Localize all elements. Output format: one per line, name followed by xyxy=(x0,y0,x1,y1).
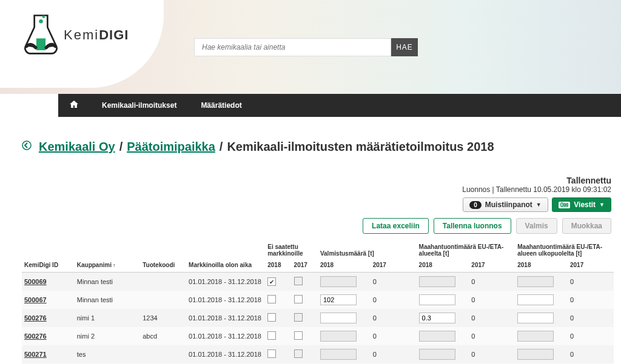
nav-kemikaali-ilmoitukset[interactable]: Kemikaali-ilmoitukset xyxy=(90,94,189,117)
edit-button: Muokkaa xyxy=(562,218,611,234)
table-row: 500276 nimi 2 abcd 01.01.2018 - 31.12.20… xyxy=(22,327,614,345)
notes-count-badge: 0 xyxy=(469,201,482,209)
messages-count-badge: 0✉ xyxy=(559,202,571,208)
val-2018-input[interactable] xyxy=(320,331,357,342)
row-name: nimi 2 xyxy=(75,327,140,345)
col-manufactured: Valmistusmäärä [t] xyxy=(318,240,417,258)
chevron-down-icon: ▼ xyxy=(599,202,605,208)
out-2018-input[interactable] xyxy=(517,313,554,323)
search-button[interactable]: HAE xyxy=(391,38,418,56)
col-2018: 2018 xyxy=(318,258,371,273)
table-row: 500069 Minnan testi 01.01.2018 - 31.12.2… xyxy=(22,273,614,291)
col-2017: 2017 xyxy=(371,258,417,273)
row-id-link[interactable]: 500276 xyxy=(24,333,47,340)
back-icon[interactable] xyxy=(22,141,32,153)
eu-2017: 0 xyxy=(469,309,515,327)
out-2018-input[interactable] xyxy=(517,294,554,305)
out-2017: 0 xyxy=(568,273,614,291)
saved-meta: Luonnos | Tallennettu 10.05.2019 klo 09:… xyxy=(22,185,611,194)
eu-2018-input[interactable] xyxy=(419,349,455,360)
breadcrumb-location[interactable]: Päätoimipaikka xyxy=(127,140,215,154)
col-id[interactable]: KemiDigi ID xyxy=(22,258,75,273)
checkbox-2018[interactable] xyxy=(267,295,276,303)
eu-2017: 0 xyxy=(469,273,515,291)
logo-area: KemiDIGI xyxy=(0,0,164,88)
checkbox-2017[interactable] xyxy=(294,277,303,285)
out-2018-input[interactable] xyxy=(517,276,554,287)
search-input[interactable] xyxy=(194,38,391,56)
eu-2018-input[interactable] xyxy=(419,331,455,342)
val-2018-input[interactable] xyxy=(320,313,357,323)
out-2018-input[interactable] xyxy=(517,331,554,342)
breadcrumb-sep: / xyxy=(119,140,123,154)
col-2018: 2018 xyxy=(515,258,568,273)
breadcrumb: Kemikaali Oy / Päätoimipaikka / Kemikaal… xyxy=(22,129,614,159)
row-code xyxy=(140,291,186,309)
val-2018-input[interactable] xyxy=(320,276,357,287)
save-draft-button[interactable]: Tallenna luonnos xyxy=(434,218,511,234)
eu-2018-input[interactable] xyxy=(419,276,455,287)
row-name: Minnan testi xyxy=(75,273,140,291)
breadcrumb-sep: / xyxy=(220,140,223,154)
eu-2017: 0 xyxy=(469,345,515,363)
download-excel-button[interactable]: Lataa exceliin xyxy=(363,218,429,234)
row-code xyxy=(140,273,186,291)
col-import-out: Maahantuontimäärä EU-/ETA-alueen ulkopuo… xyxy=(515,240,614,258)
row-id-link[interactable]: 500271 xyxy=(24,351,47,358)
svg-rect-0 xyxy=(36,38,45,50)
row-period: 01.01.2018 - 31.12.2018 xyxy=(186,273,265,291)
breadcrumb-company[interactable]: Kemikaali Oy xyxy=(39,140,115,154)
messages-label: Viestit xyxy=(574,200,596,209)
messages-button[interactable]: 0✉ Viestit ▼ xyxy=(552,197,611,212)
row-name: tes xyxy=(75,345,140,363)
checkbox-2017[interactable] xyxy=(294,313,303,322)
col-import-eu: Maahantuontimäärä EU-/ETA-alueelta [t] xyxy=(417,240,515,258)
eu-2018-input[interactable] xyxy=(419,313,455,323)
col-period[interactable]: Markkinoilla olon aika xyxy=(186,258,265,273)
main-nav: Kemikaali-ilmoitukset Määrätiedot xyxy=(58,94,621,117)
checkbox-2018[interactable] xyxy=(267,313,276,322)
val-2017: 0 xyxy=(371,291,417,309)
eu-2018-input[interactable] xyxy=(419,294,455,305)
col-2018: 2018 xyxy=(417,258,469,273)
checkbox-2018[interactable] xyxy=(267,349,276,358)
row-id-link[interactable]: 500067 xyxy=(24,296,47,303)
checkbox-2017[interactable] xyxy=(294,349,303,358)
checkbox-2017[interactable] xyxy=(294,331,303,340)
logo-icon xyxy=(21,11,61,59)
data-table: Ei saatettu markkinoille Valmistusmäärä … xyxy=(22,240,614,364)
row-period: 01.01.2018 - 31.12.2018 xyxy=(186,345,265,363)
val-2018-input[interactable] xyxy=(320,294,357,305)
row-period: 01.01.2018 - 31.12.2018 xyxy=(186,291,265,309)
row-period: 01.01.2018 - 31.12.2018 xyxy=(186,309,265,327)
home-icon[interactable] xyxy=(58,99,90,111)
nav-maaratiedot[interactable]: Määrätiedot xyxy=(189,94,253,117)
notes-button[interactable]: 0 Muistiinpanot ▼ xyxy=(463,197,548,212)
col-2018: 2018 xyxy=(265,258,291,273)
eu-2017: 0 xyxy=(469,291,515,309)
val-2017: 0 xyxy=(371,345,417,363)
row-name: nimi 1 xyxy=(75,309,140,327)
checkbox-2017[interactable] xyxy=(294,295,303,303)
val-2018-input[interactable] xyxy=(320,349,357,360)
chevron-down-icon: ▼ xyxy=(536,202,542,208)
row-code xyxy=(140,345,186,363)
col-name[interactable]: Kauppanimi↑ xyxy=(75,258,140,273)
out-2017: 0 xyxy=(568,345,614,363)
checkbox-2018[interactable]: ✔ xyxy=(267,277,276,286)
row-id-link[interactable]: 500069 xyxy=(24,278,47,285)
svg-point-2 xyxy=(42,15,45,18)
out-2017: 0 xyxy=(568,327,614,345)
val-2017: 0 xyxy=(371,273,417,291)
row-code: 1234 xyxy=(140,309,186,327)
logo-text: KemiDIGI xyxy=(64,27,129,43)
val-2017: 0 xyxy=(371,309,417,327)
table-row: 500271 tes 01.01.2018 - 31.12.2018 0 0 0 xyxy=(22,345,614,363)
checkbox-2018[interactable] xyxy=(267,331,276,340)
out-2018-input[interactable] xyxy=(517,349,554,360)
col-code[interactable]: Tuotekoodi xyxy=(140,258,186,273)
saved-label: Tallennettu xyxy=(22,176,611,185)
val-2017: 0 xyxy=(371,327,417,345)
row-id-link[interactable]: 500276 xyxy=(24,314,47,322)
col-not-marketed: Ei saatettu markkinoille xyxy=(265,240,318,258)
